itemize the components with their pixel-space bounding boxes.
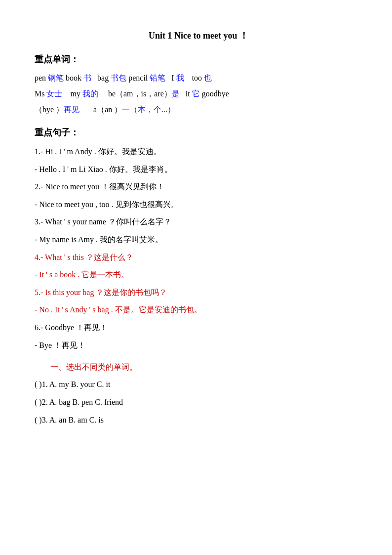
sentence-3a: 3.- What ' s your name ？你叫什么名字？	[35, 213, 362, 230]
exercise-item-3: ( )3. A. an B. am C. is	[35, 412, 362, 428]
sentence-2b: - Nice to meet you , too . 见到你也很高兴。	[35, 196, 362, 213]
sentence-1a: 1.- Hi . I ' m Andy . 你好。我是安迪。	[35, 143, 362, 160]
sentence-6b: - Bye ！再见！	[35, 337, 362, 354]
sentence-6a: 6.- Goodbye ！再见！	[35, 319, 362, 336]
sentence-3b: - My name is Amy . 我的名字叫艾米。	[35, 231, 362, 248]
sentence-1b: - Hello . I ' m Li Xiao . 你好。我是李肖。	[35, 161, 362, 178]
sentence-5b: - No . It ' s Andy ' s bag . 不是。它是安迪的书包。	[35, 301, 362, 318]
sentence-4b: - It ' s a book . 它是一本书。	[35, 266, 362, 283]
vocab-line-2: Ms 女士 my 我的 be（am，is，are）是 it 它 goodbye	[35, 89, 229, 98]
exercise-item-1: ( )1. A. my B. your C. it	[35, 377, 362, 392]
page-title: Unit 1 Nice to meet you ！	[35, 30, 362, 42]
sentence-5a: 5.- Is this your bag ？这是你的书包吗？	[35, 284, 362, 301]
exercise-heading: 一、选出不同类的单词。	[35, 362, 362, 373]
sentence-2a: 2.- Nice to meet you ！很高兴见到你！	[35, 178, 362, 195]
vocab-line-1: pen 钢笔 book 书 bag 书包 pencil 铅笔 I 我 too 也	[35, 74, 212, 82]
sentence-4a: 4.- What ' s this ？这是什么？	[35, 249, 362, 266]
exercise-item-2: ( )2. A. bag B. pen C. friend	[35, 394, 362, 410]
exercise-section: 一、选出不同类的单词。 ( )1. A. my B. your C. it ( …	[35, 362, 362, 428]
sentences-block: 1.- Hi . I ' m Andy . 你好。我是安迪。 - Hello .…	[35, 143, 362, 353]
vocab-line-3: （bye ）再见 a（an ）一（本，个...）	[35, 105, 175, 114]
sentence-heading: 重点句子：	[35, 127, 362, 138]
vocab-block: pen 钢笔 book 书 bag 书包 pencil 铅笔 I 我 too 也…	[35, 70, 362, 118]
vocab-heading: 重点单词：	[35, 53, 362, 65]
